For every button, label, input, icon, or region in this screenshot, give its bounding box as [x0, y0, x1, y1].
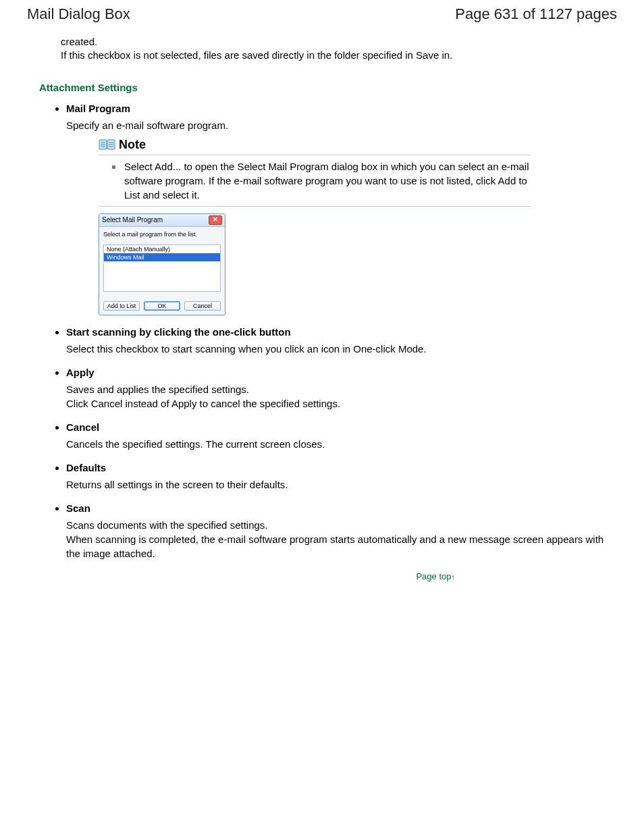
item-body: Select this checkbox to start scanning w…: [66, 342, 617, 356]
page-top-label: Page top: [416, 571, 451, 581]
item-title: Scan: [66, 502, 617, 514]
item-mail-program: Mail Program Specify an e-mail software …: [66, 103, 617, 315]
page-indicator: Page 631 of 1127 pages: [455, 5, 617, 23]
item-apply: Apply Saves and applies the specified se…: [66, 367, 617, 411]
item-body: Cancels the specified settings. The curr…: [66, 437, 617, 451]
item-defaults: Defaults Returns all settings in the scr…: [66, 462, 617, 492]
intro-line-2: If this checkbox is not selected, files …: [61, 49, 617, 62]
item-cancel: Cancel Cancels the specified settings. T…: [66, 421, 617, 451]
arrow-up-icon: ↑: [452, 573, 456, 581]
ok-button[interactable]: OK: [144, 301, 180, 311]
section-heading-attachment-settings: Attachment Settings: [39, 82, 617, 93]
mail-program-listbox[interactable]: None (Attach Manually) Windows Mail: [103, 244, 221, 292]
page-title: Mail Dialog Box: [27, 5, 130, 23]
item-body: Scans documents with the specified setti…: [66, 518, 617, 561]
page-top-link[interactable]: Page top↑: [27, 571, 455, 581]
cancel-button[interactable]: Cancel: [184, 301, 221, 311]
note-header: Note: [99, 138, 531, 152]
add-to-list-button[interactable]: Add to List: [103, 301, 140, 311]
intro-line-1: created.: [61, 35, 617, 49]
intro-text: created. If this checkbox is not selecte…: [61, 35, 617, 63]
note-block: Note Select Add... to open the Select Ma…: [99, 138, 531, 207]
dialog-button-row: Add to List OK Cancel: [103, 301, 221, 311]
listbox-row-windows-mail[interactable]: Windows Mail: [104, 253, 220, 261]
item-title: Defaults: [66, 462, 617, 473]
item-title: Apply: [66, 367, 617, 378]
page-root: Mail Dialog Box Page 631 of 1127 pages c…: [0, 0, 644, 595]
listbox-row-none[interactable]: None (Attach Manually): [104, 245, 220, 253]
note-rule-top: [99, 155, 531, 155]
note-text: Select Add... to open the Select Mail Pr…: [124, 161, 529, 201]
item-title: Cancel: [66, 421, 617, 433]
item-title: Start scanning by clicking the one-click…: [66, 326, 617, 338]
note-item: Select Add... to open the Select Mail Pr…: [123, 159, 531, 202]
settings-list: Mail Program Specify an e-mail software …: [27, 103, 617, 561]
item-body: Specify an e-mail software program.: [66, 118, 617, 132]
dialog-titlebar: Select Mail Program ✕: [99, 214, 225, 227]
item-title: Mail Program: [66, 103, 617, 114]
item-body: Returns all settings in the screen to th…: [66, 477, 617, 492]
item-body: Saves and applies the specified settings…: [66, 382, 617, 411]
close-button[interactable]: ✕: [209, 215, 222, 225]
dialog-instruction: Select a mail program from the list.: [103, 231, 221, 238]
item-start-scanning: Start scanning by clicking the one-click…: [66, 326, 617, 356]
note-list: Select Add... to open the Select Mail Pr…: [99, 159, 531, 202]
note-title: Note: [119, 138, 146, 152]
dialog-title: Select Mail Program: [102, 216, 163, 224]
select-mail-program-dialog: Select Mail Program ✕ Select a mail prog…: [99, 213, 225, 315]
note-rule-bottom: [99, 206, 531, 207]
book-icon: [99, 138, 116, 151]
dialog-body: Select a mail program from the list. Non…: [99, 227, 225, 315]
item-scan: Scan Scans documents with the specified …: [66, 502, 617, 561]
page-header: Mail Dialog Box Page 631 of 1127 pages: [27, 5, 617, 23]
